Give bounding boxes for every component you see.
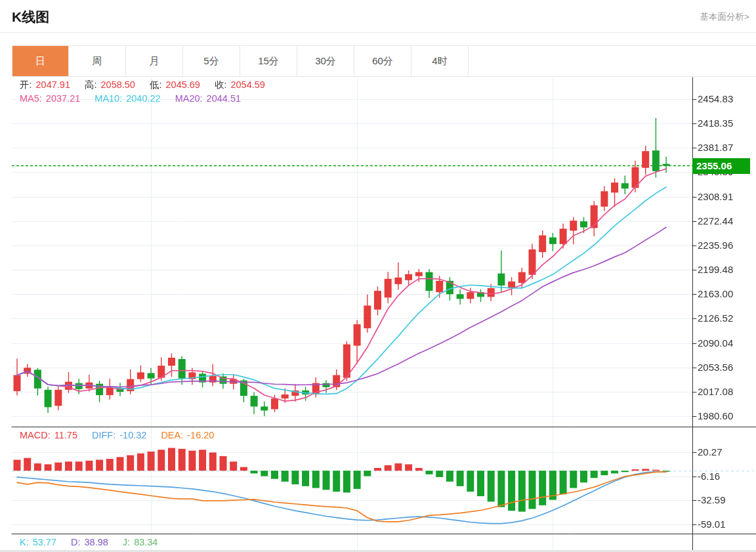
fundamental-analysis-link[interactable]: 基本面分析>: [700, 11, 749, 23]
tab-15分[interactable]: 15分: [240, 46, 297, 76]
kline-page: K线图 基本面分析> 日周月5分15分30分60分4时 开:2047.91 高:…: [0, 0, 756, 552]
price-axis-tick: 2017.08: [698, 386, 733, 397]
ma20-value: 2044.51: [207, 93, 241, 104]
ma-info: MA5:2037.21 MA10:2040.22 MA20:2044.51: [20, 93, 245, 104]
price-axis-tick: 2199.48: [698, 264, 733, 275]
close-label: 收:: [215, 79, 227, 90]
close-value: 2054.59: [230, 79, 264, 90]
tab-30分[interactable]: 30分: [297, 46, 354, 76]
low-value: 2045.69: [166, 79, 200, 90]
k-label: K:: [20, 537, 29, 547]
tab-周[interactable]: 周: [69, 46, 126, 76]
macd-value: 11.75: [54, 430, 77, 440]
macd-info: MACD:11.75 DIFF:-10.32 DEA:-16.20: [20, 430, 218, 440]
ohlc-info: 开:2047.91 高:2058.50 低:2045.69 收:2054.59: [20, 79, 269, 91]
j-value: 83.34: [134, 537, 158, 547]
dea-value: -16.20: [187, 430, 214, 440]
high-label: 高:: [85, 79, 97, 90]
current-price-label: 2355.06: [692, 158, 750, 174]
tab-60分[interactable]: 60分: [354, 46, 411, 76]
price-axis-tick: 1980.60: [698, 410, 733, 421]
d-label: D:: [71, 537, 81, 547]
ma10-label: MA10:: [94, 93, 122, 104]
dea-label: DEA:: [161, 430, 183, 440]
kdj-info: K:53.77 D:38.98 J:83.34: [20, 537, 161, 547]
price-axis-tick: 2381.87: [698, 142, 733, 153]
d-value: 38.98: [85, 537, 108, 547]
macd-axis-tick: -32.59: [698, 494, 726, 505]
price-axis-tick: 2053.56: [698, 362, 733, 373]
ma5-value: 2037.21: [46, 93, 80, 104]
open-label: 开:: [20, 79, 32, 90]
price-axis-tick: 2163.00: [698, 288, 733, 299]
price-axis-tick: 2090.04: [698, 337, 733, 349]
page-title: K线图: [12, 8, 49, 26]
tab-月[interactable]: 月: [126, 46, 183, 76]
macd-axis-tick: -59.01: [698, 519, 726, 530]
period-tabs: 日周月5分15分30分60分4时: [12, 45, 756, 77]
macd-axis-tick: 20.27: [698, 446, 723, 457]
diff-label: DIFF:: [92, 430, 116, 440]
header: K线图 基本面分析>: [0, 0, 756, 33]
j-label: J:: [123, 537, 130, 547]
open-value: 2047.91: [36, 79, 70, 90]
tab-5分[interactable]: 5分: [183, 46, 240, 76]
diff-value: -10.32: [119, 430, 146, 440]
tab-4时[interactable]: 4时: [411, 46, 469, 76]
ma5-label: MA5:: [20, 93, 42, 104]
price-axis-tick: 2235.96: [698, 240, 733, 251]
price-axis-tick: 2454.83: [698, 93, 733, 104]
ma10-value: 2040.22: [126, 93, 160, 104]
k-value: 53.77: [33, 537, 56, 547]
price-axis-tick: 2418.35: [698, 117, 733, 129]
ma20-label: MA20:: [175, 93, 203, 104]
price-axis-tick: 2126.52: [698, 312, 733, 324]
price-axis-tick: 2272.44: [698, 215, 733, 226]
tab-日[interactable]: 日: [12, 46, 69, 76]
low-label: 低:: [150, 79, 162, 90]
high-value: 2058.50: [101, 79, 135, 90]
macd-label: MACD:: [20, 430, 51, 440]
macd-axis-tick: -6.16: [698, 471, 720, 482]
price-axis-tick: 2308.91: [698, 191, 733, 202]
